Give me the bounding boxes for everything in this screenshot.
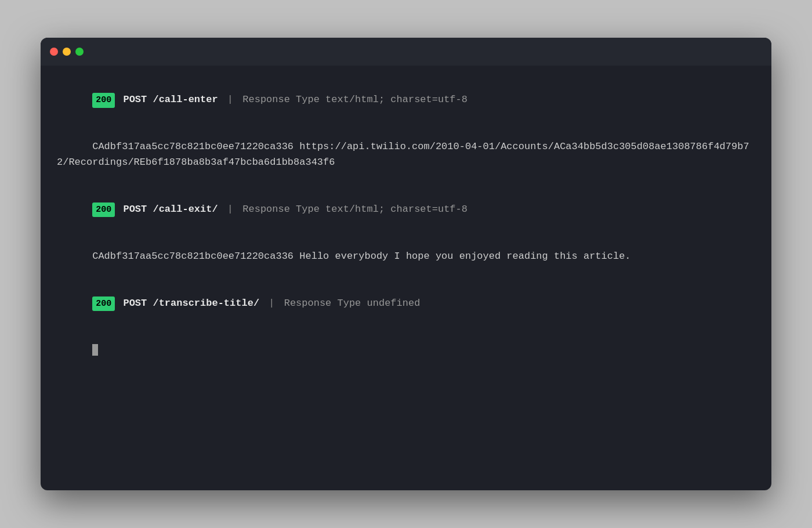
path-3: /transcribe-title/ bbox=[153, 298, 259, 309]
url-text-1: CAdbf317aa5cc78c821bc0ee71220ca336 https… bbox=[57, 141, 749, 167]
log-line-1: 200 POST /call-enter | Response Type tex… bbox=[57, 77, 755, 123]
method-1: POST bbox=[117, 94, 153, 105]
close-button[interactable] bbox=[50, 48, 58, 56]
log-line-4: CAdbf317aa5cc78c821bc0ee71220ca336 Hello… bbox=[57, 233, 755, 279]
status-badge-2: 200 bbox=[92, 202, 115, 217]
path-1: /call-enter bbox=[153, 94, 217, 105]
minimize-button[interactable] bbox=[63, 48, 71, 56]
log-line-2: CAdbf317aa5cc78c821bc0ee71220ca336 https… bbox=[57, 124, 755, 185]
separator-3: | bbox=[263, 298, 281, 309]
status-badge-1: 200 bbox=[92, 93, 115, 107]
method-3: POST bbox=[117, 298, 153, 309]
terminal-body[interactable]: 200 POST /call-enter | Response Type tex… bbox=[41, 66, 771, 490]
log-line-5: 200 POST /transcribe-title/ | Response T… bbox=[57, 280, 755, 326]
separator-2: | bbox=[222, 204, 240, 215]
title-bar bbox=[41, 38, 771, 66]
message-text-1: CAdbf317aa5cc78c821bc0ee71220ca336 Hello… bbox=[92, 251, 630, 262]
response-type-3: Response Type undefined bbox=[284, 298, 420, 309]
method-2: POST bbox=[117, 204, 153, 215]
terminal-window: 200 POST /call-enter | Response Type tex… bbox=[41, 38, 771, 490]
response-type-1: Response Type text/html; charset=utf-8 bbox=[242, 94, 467, 105]
status-badge-3: 200 bbox=[92, 296, 115, 311]
log-line-3: 200 POST /call-exit/ | Response Type tex… bbox=[57, 186, 755, 232]
response-type-2: Response Type text/html; charset=utf-8 bbox=[242, 204, 467, 215]
separator-1: | bbox=[222, 94, 240, 105]
cursor-line bbox=[57, 328, 755, 374]
cursor bbox=[92, 344, 98, 356]
path-2: /call-exit/ bbox=[153, 204, 217, 215]
maximize-button[interactable] bbox=[75, 48, 84, 56]
